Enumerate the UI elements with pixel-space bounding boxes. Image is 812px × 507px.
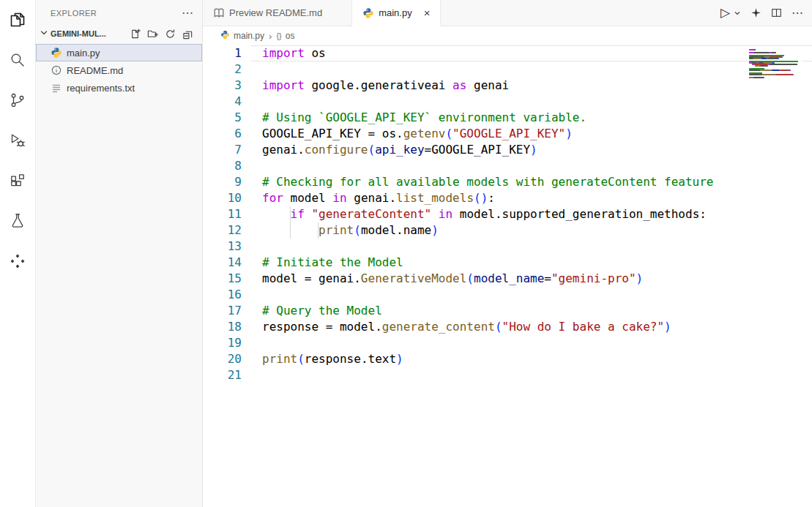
- code-line[interactable]: 7genai.configure(api_key=GOOGLE_API_KEY): [203, 142, 812, 158]
- code-line[interactable]: 10for model in genai.list_models():: [203, 190, 812, 206]
- line-number[interactable]: 19: [203, 335, 242, 351]
- code-token: import: [262, 78, 305, 92]
- explorer-title: EXPLORER: [51, 9, 97, 18]
- code-line[interactable]: 5# Using `GOOGLE_API_KEY` environment va…: [203, 110, 812, 126]
- markdown-preview-icon: [213, 7, 225, 19]
- run-debug-activity-button[interactable]: [0, 121, 35, 162]
- code-editor[interactable]: 1import os23import google.generativeai a…: [203, 45, 812, 507]
- code-token: model.supported_generation_methods:: [452, 207, 707, 221]
- code-line[interactable]: 6GOOGLE_API_KEY = os.getenv("GOOGLE_API_…: [203, 126, 812, 142]
- line-number[interactable]: 13: [203, 239, 242, 255]
- line-number[interactable]: 8: [203, 158, 242, 174]
- python-icon: [51, 47, 62, 59]
- source-control-activity-button[interactable]: [0, 81, 35, 121]
- minimap[interactable]: [749, 48, 802, 80]
- close-icon[interactable]: ×: [424, 7, 431, 18]
- code-line[interactable]: 13: [203, 239, 812, 255]
- line-number[interactable]: 12: [203, 222, 242, 239]
- code-line[interactable]: 1import os: [203, 45, 812, 61]
- code-line-content: [242, 367, 262, 383]
- code-line[interactable]: 16: [203, 287, 812, 303]
- code-line[interactable]: 15model = genai.GenerativeModel(model_na…: [203, 271, 812, 287]
- code-line[interactable]: 17# Query the Model: [203, 303, 812, 319]
- code-line[interactable]: 21: [203, 367, 812, 383]
- line-number[interactable]: 17: [203, 303, 242, 319]
- breadcrumb-item-file[interactable]: main.py: [220, 30, 264, 42]
- extensions-activity-button[interactable]: [0, 162, 35, 202]
- code-line[interactable]: 8: [203, 158, 812, 174]
- line-number[interactable]: 7: [203, 142, 242, 158]
- run-icon[interactable]: ▷: [720, 7, 730, 19]
- testing-activity-button[interactable]: [0, 202, 35, 242]
- python-icon: [362, 7, 374, 19]
- breadcrumb-separator: ›: [269, 31, 272, 42]
- collapse-folders-icon[interactable]: [182, 29, 193, 40]
- code-line-content: [242, 158, 262, 174]
- code-token: [431, 207, 439, 221]
- code-token: configure: [305, 143, 368, 157]
- line-number[interactable]: 4: [203, 94, 242, 110]
- code-line[interactable]: 3import google.generativeai as genai: [203, 78, 812, 94]
- code-line[interactable]: 2: [203, 61, 812, 78]
- explorer-more-actions-icon[interactable]: ⋯: [182, 7, 193, 19]
- line-number[interactable]: 10: [203, 190, 242, 206]
- split-editor-icon[interactable]: [771, 7, 782, 18]
- new-file-icon[interactable]: [130, 29, 141, 40]
- more-actions-icon[interactable]: ⋯: [791, 7, 803, 19]
- code-line[interactable]: 4: [203, 94, 812, 110]
- line-number[interactable]: 5: [203, 110, 242, 126]
- code-token: ): [565, 127, 573, 140]
- search-activity-button[interactable]: [0, 41, 35, 81]
- line-number[interactable]: 14: [203, 255, 242, 271]
- file-row-main-py[interactable]: main.py: [36, 44, 202, 61]
- code-line-content: genai.configure(api_key=GOOGLE_API_KEY): [242, 142, 537, 158]
- code-line[interactable]: 18response = model.generate_content("How…: [203, 319, 812, 335]
- line-number[interactable]: 6: [203, 126, 242, 142]
- indent-guide: [291, 222, 319, 239]
- code-line[interactable]: 12print(model.name): [203, 222, 812, 239]
- code-lines: 1import os23import google.generativeai a…: [203, 45, 812, 383]
- code-line-content: [242, 239, 262, 255]
- code-token: (: [466, 271, 474, 285]
- tab-label: main.py: [379, 7, 412, 18]
- code-token: "generateContent": [311, 207, 431, 221]
- code-line[interactable]: 19: [203, 335, 812, 351]
- code-line[interactable]: 20print(response.text): [203, 351, 812, 367]
- line-number[interactable]: 18: [203, 319, 242, 335]
- code-line[interactable]: 9# Checking for all available models wit…: [203, 174, 812, 190]
- source-control-icon: [9, 91, 26, 111]
- code-token: "How do I bake a cake?": [502, 320, 665, 334]
- new-folder-icon[interactable]: [147, 29, 158, 40]
- code-token: ): [396, 352, 403, 366]
- gemini-extension-activity-button[interactable]: [0, 242, 35, 282]
- line-number[interactable]: 15: [203, 271, 242, 287]
- file-name: README.md: [67, 65, 123, 76]
- code-token: generate_content: [382, 320, 495, 334]
- line-number[interactable]: 1: [203, 45, 242, 61]
- breadcrumb-item-symbol[interactable]: {} os: [276, 31, 294, 41]
- code-token: genai.: [347, 191, 396, 205]
- run-debug-icon: [9, 132, 26, 151]
- code-line-content: # Using `GOOGLE_API_KEY` environment var…: [242, 110, 586, 126]
- editor-actions: ▷ ⋯: [712, 0, 812, 26]
- code-line[interactable]: 11if "generateContent" in model.supporte…: [203, 206, 812, 222]
- file-row-readme-md[interactable]: README.md: [36, 61, 202, 79]
- file-row-requirements-txt[interactable]: requirements.txt: [36, 79, 202, 97]
- sparkle-icon[interactable]: [750, 7, 761, 18]
- line-number[interactable]: 21: [203, 367, 242, 383]
- line-number[interactable]: 16: [203, 287, 242, 303]
- tab-main-py[interactable]: main.py ×: [352, 0, 441, 26]
- tab-preview-readme[interactable]: Preview README.md: [203, 0, 352, 26]
- folder-section-header[interactable]: GEMINI-MUL...: [36, 26, 202, 42]
- line-number[interactable]: 2: [203, 61, 242, 78]
- code-token: # Initiate the Model: [262, 255, 403, 269]
- line-number[interactable]: 3: [203, 78, 242, 94]
- explorer-activity-button[interactable]: [0, 1, 35, 41]
- refresh-explorer-icon[interactable]: [165, 29, 176, 40]
- line-number[interactable]: 20: [203, 351, 242, 367]
- line-number[interactable]: 11: [203, 206, 242, 222]
- code-line[interactable]: 14# Initiate the Model: [203, 255, 812, 271]
- file-name: main.py: [67, 48, 100, 59]
- line-number[interactable]: 9: [203, 174, 242, 190]
- run-dropdown-icon[interactable]: [734, 10, 741, 17]
